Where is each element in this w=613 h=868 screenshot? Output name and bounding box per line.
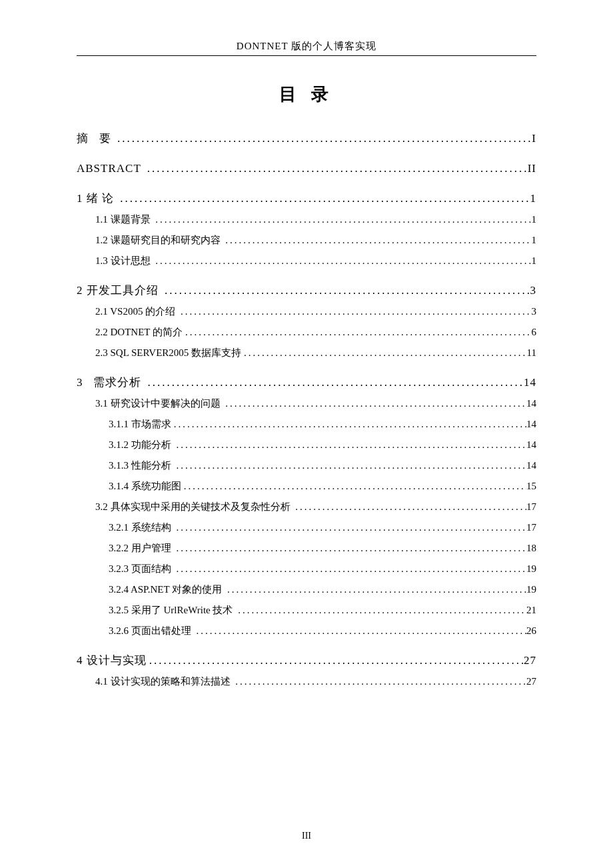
toc-leader-dots bbox=[235, 605, 526, 615]
toc-entry: 3.1 研究设计中要解决的问题 14 bbox=[77, 399, 536, 409]
toc-entry-page: 1 bbox=[530, 193, 537, 204]
toc-entry-page: 3 bbox=[532, 307, 537, 317]
toc-entry-label: 4.1 设计实现的策略和算法描述 bbox=[95, 677, 233, 687]
toc-entry-label: 2.3 SQL SERVER2005 数据库支持 bbox=[95, 348, 241, 358]
toc-entry-label: 3.2.3 页面结构 bbox=[109, 564, 174, 574]
toc-entry-label: 3.1.1 市场需求 bbox=[109, 419, 171, 429]
toc-entry: 2.3 SQL SERVER2005 数据库支持11 bbox=[77, 348, 536, 358]
toc-leader-dots bbox=[153, 215, 531, 225]
toc-leader-dots bbox=[174, 440, 527, 450]
toc-entry: 3.2.1 系统结构 17 bbox=[77, 523, 536, 533]
toc-leader-dots bbox=[223, 399, 526, 409]
toc-leader-dots bbox=[183, 327, 532, 337]
toc-entry-page: 18 bbox=[526, 543, 536, 553]
toc-entry-label: 1.1 课题背景 bbox=[95, 215, 153, 225]
toc-entry-page: 11 bbox=[527, 348, 536, 358]
toc-entry: 2.2 DOTNET 的简介6 bbox=[77, 327, 536, 337]
toc-leader-dots bbox=[241, 348, 526, 358]
toc-entry-page: I bbox=[532, 133, 536, 144]
toc-entry-label: 2.1 VS2005 的介绍 bbox=[95, 307, 178, 317]
toc-entry-label: 3.1.4 系统功能图 bbox=[109, 481, 181, 491]
toc-entry-label: 1.2 课题研究目的和研究内容 bbox=[95, 235, 223, 245]
toc-entry: ABSTRACT II bbox=[77, 163, 536, 174]
toc-entry-page: 14 bbox=[526, 419, 536, 429]
toc-leader-dots bbox=[194, 626, 527, 636]
toc-title: 目 录 bbox=[77, 83, 536, 106]
toc-leader-dots bbox=[178, 307, 532, 317]
toc-leader-dots bbox=[174, 523, 527, 533]
toc-entry: 1.1 课题背景 1 bbox=[77, 215, 536, 225]
toc-entry: 3.2.4 ASP.NET 对象的使用 19 bbox=[77, 585, 536, 595]
toc-entry: 3.1.1 市场需求14 bbox=[77, 419, 536, 429]
toc-entry: 3.2.5 采用了 UrlReWrite 技术 21 bbox=[77, 605, 536, 615]
toc-entry-page: 14 bbox=[526, 399, 536, 409]
toc-leader-dots bbox=[171, 419, 526, 429]
toc-entry: 2.1 VS2005 的介绍 3 bbox=[77, 307, 536, 317]
toc-list: 摘 要 IABSTRACT II1 绪 论 11.1 课题背景 11.2 课题研… bbox=[77, 133, 536, 687]
toc-entry-label: 4 设计与实现 bbox=[77, 655, 147, 666]
toc-entry: 4.1 设计实现的策略和算法描述 27 bbox=[77, 677, 536, 687]
toc-entry-label: 3.2.1 系统结构 bbox=[109, 523, 174, 533]
toc-entry: 摘 要 I bbox=[77, 133, 536, 144]
toc-entry-page: 1 bbox=[532, 256, 537, 266]
toc-entry-page: 27 bbox=[524, 655, 536, 666]
toc-entry-page: 19 bbox=[526, 585, 536, 595]
toc-entry-label: 1.3 设计思想 bbox=[95, 256, 153, 266]
toc-leader-dots bbox=[233, 677, 526, 687]
toc-entry: 3.1.3 性能分析 14 bbox=[77, 461, 536, 471]
toc-entry: 1.3 设计思想 1 bbox=[77, 256, 536, 266]
toc-entry: 1.2 课题研究目的和研究内容 1 bbox=[77, 235, 536, 245]
toc-leader-dots bbox=[174, 461, 527, 471]
toc-entry-label: 3 需求分析 bbox=[77, 377, 145, 388]
toc-entry-label: 2.2 DOTNET 的简介 bbox=[95, 327, 183, 337]
toc-entry-page: 17 bbox=[526, 523, 536, 533]
toc-entry-page: 14 bbox=[526, 440, 536, 450]
toc-entry-label: 3.2.4 ASP.NET 对象的使用 bbox=[109, 585, 225, 595]
toc-entry-page: 1 bbox=[532, 215, 537, 225]
toc-entry-page: 6 bbox=[532, 327, 537, 337]
toc-entry: 4 设计与实现27 bbox=[77, 655, 536, 666]
toc-entry-page: 26 bbox=[526, 626, 536, 636]
toc-entry-label: 3.2.2 用户管理 bbox=[109, 543, 174, 553]
toc-leader-dots bbox=[145, 163, 528, 174]
toc-entry: 3 需求分析 14 bbox=[77, 377, 536, 388]
toc-entry: 3.2 具体实现中采用的关键技术及复杂性分析 17 bbox=[77, 502, 536, 512]
toc-entry: 3.2.3 页面结构 19 bbox=[77, 564, 536, 574]
toc-leader-dots bbox=[145, 377, 524, 388]
toc-entry: 1 绪 论 1 bbox=[77, 193, 536, 204]
page-number: III bbox=[0, 831, 613, 841]
running-header: DONTNET 版的个人博客实现 bbox=[77, 40, 536, 53]
toc-entry-label: 3.2.5 采用了 UrlReWrite 技术 bbox=[109, 605, 235, 615]
toc-entry-label: 3.1.3 性能分析 bbox=[109, 461, 174, 471]
toc-entry-page: 27 bbox=[526, 677, 536, 687]
toc-entry-page: 17 bbox=[526, 502, 536, 512]
toc-entry-page: 3 bbox=[530, 285, 537, 296]
document-page: DONTNET 版的个人博客实现 目 录 摘 要 IABSTRACT II1 绪… bbox=[0, 0, 613, 713]
toc-entry-page: 15 bbox=[526, 481, 536, 491]
toc-entry-page: 19 bbox=[526, 564, 536, 574]
toc-entry-label: 摘 要 bbox=[77, 133, 115, 144]
toc-entry-page: 14 bbox=[524, 377, 536, 388]
toc-entry: 3.1.4 系统功能图15 bbox=[77, 481, 536, 491]
toc-leader-dots bbox=[162, 285, 530, 296]
toc-entry-page: 1 bbox=[532, 235, 537, 245]
toc-entry-label: 3.1.2 功能分析 bbox=[109, 440, 174, 450]
toc-entry-label: 3.1 研究设计中要解决的问题 bbox=[95, 399, 223, 409]
toc-leader-dots bbox=[225, 585, 526, 595]
toc-entry-label: 1 绪 论 bbox=[77, 193, 117, 204]
toc-entry-label: 2 开发工具介绍 bbox=[77, 285, 162, 296]
toc-entry-label: 3.2 具体实现中采用的关键技术及复杂性分析 bbox=[95, 502, 293, 512]
toc-leader-dots bbox=[223, 235, 531, 245]
toc-leader-dots bbox=[115, 133, 532, 144]
toc-leader-dots bbox=[153, 256, 531, 266]
toc-entry-label: ABSTRACT bbox=[77, 163, 145, 174]
toc-leader-dots bbox=[174, 564, 527, 574]
toc-leader-dots bbox=[147, 655, 524, 666]
toc-entry: 3.2.6 页面出错处理 26 bbox=[77, 626, 536, 636]
toc-leader-dots bbox=[181, 481, 526, 491]
toc-leader-dots bbox=[174, 543, 527, 553]
toc-leader-dots bbox=[117, 193, 530, 204]
toc-leader-dots bbox=[293, 502, 526, 512]
toc-entry-label: 3.2.6 页面出错处理 bbox=[109, 626, 194, 636]
toc-entry-page: 14 bbox=[526, 461, 536, 471]
